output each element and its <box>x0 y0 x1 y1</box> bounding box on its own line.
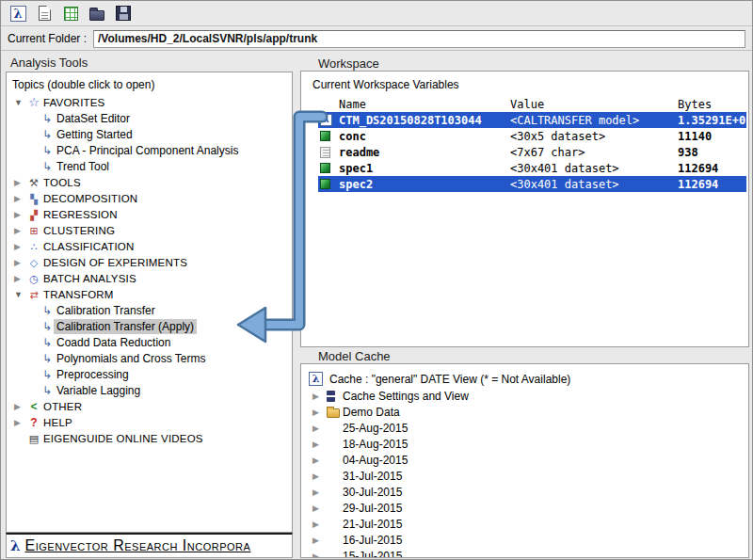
cache-item-label: 15-Jul-2015 <box>343 550 402 559</box>
variable-value: <7x67 char> <box>510 146 585 159</box>
workspace-row-readme[interactable]: readme <7x67 char> 938 <box>318 144 746 160</box>
variable-value: <CALTRANSFER model> <box>510 114 639 127</box>
tree-item-label: REGRESSION <box>43 209 118 220</box>
expand-icon[interactable] <box>14 194 26 203</box>
expand-icon[interactable] <box>14 210 26 219</box>
expand-icon[interactable] <box>14 242 26 251</box>
clustering-icon <box>26 224 41 237</box>
tree-item-label: OTHER <box>43 401 82 412</box>
tree-item-eigenguide-online-videos[interactable]: EIGENGUIDE ONLINE VIDEOS <box>7 430 292 446</box>
cache-item-25-aug-2015[interactable]: 25-Aug-2015 <box>301 420 748 436</box>
workspace-row-conc[interactable]: conc <30x5 dataset> 11140 <box>318 128 746 144</box>
tree-item-classification[interactable]: CLASSIFICATION <box>7 238 292 254</box>
new-dataset-button[interactable] <box>60 3 81 24</box>
expand-icon[interactable] <box>14 274 26 283</box>
branch-icon <box>42 160 56 173</box>
cache-item-29-jul-2015[interactable]: 29-Jul-2015 <box>301 500 748 516</box>
tree-item-getting-started[interactable]: Getting Started <box>7 126 292 142</box>
topics-hint: Topics (double click to open) <box>7 75 292 94</box>
cache-item-18-aug-2015[interactable]: 18-Aug-2015 <box>301 436 748 452</box>
tree-item-batch-analysis[interactable]: BATCH ANALYSIS <box>7 270 292 286</box>
expand-icon[interactable] <box>312 536 319 545</box>
expand-icon[interactable] <box>312 440 319 449</box>
variable-name: CTM_DS20150828T103044 <box>339 114 482 127</box>
column-header-value[interactable]: Value <box>510 98 544 111</box>
tree-item-regression[interactable]: REGRESSION <box>7 206 292 222</box>
tree-item-favorites[interactable]: FAVORITES <box>7 94 292 110</box>
tree-item-polynomials-and-cross-terms[interactable]: Polynomials and Cross Terms <box>7 350 292 366</box>
open-button[interactable] <box>87 3 107 24</box>
cache-item-settings[interactable]: Cache Settings and View <box>301 388 748 404</box>
expand-icon[interactable] <box>14 258 26 267</box>
cache-item-15-jul-2015[interactable]: 15-Jul-2015 <box>301 548 748 558</box>
column-header-name[interactable]: Name <box>339 98 366 111</box>
save-button[interactable] <box>113 3 134 24</box>
cache-item-31-jul-2015[interactable]: 31-Jul-2015 <box>301 468 748 484</box>
expand-icon[interactable] <box>312 456 319 465</box>
cache-item-16-jul-2015[interactable]: 16-Jul-2015 <box>301 532 748 548</box>
new-document-button[interactable] <box>34 3 55 24</box>
tree-item-decomposition[interactable]: DECOMPOSITION <box>7 190 292 206</box>
tree-item-preprocessing[interactable]: Preprocessing <box>7 366 292 382</box>
workspace-row-spec1[interactable]: spec1 <30x401 dataset> 112694 <box>318 160 746 176</box>
variable-name: readme <box>339 146 379 159</box>
folder-icon <box>327 408 340 418</box>
variable-bytes: 938 <box>678 146 698 159</box>
tree-item-trend-tool[interactable]: Trend Tool <box>7 158 292 174</box>
tree-item-transform[interactable]: TRANSFORM <box>7 286 292 302</box>
tree-item-variable-lagging[interactable]: Variable Lagging <box>7 382 292 398</box>
expand-icon[interactable] <box>14 226 26 235</box>
expand-icon[interactable] <box>312 520 319 529</box>
dataset-variable-icon <box>320 131 330 141</box>
expand-icon[interactable] <box>312 392 319 401</box>
expand-icon[interactable] <box>312 472 319 481</box>
expand-icon[interactable] <box>14 402 26 411</box>
expand-icon[interactable] <box>312 488 319 497</box>
expand-icon[interactable] <box>312 504 319 513</box>
expand-icon[interactable] <box>312 424 319 433</box>
tree-item-pca[interactable]: PCA - Principal Component Analysis <box>7 142 292 158</box>
cache-item-30-jul-2015[interactable]: 30-Jul-2015 <box>301 484 748 500</box>
cache-item-label: 31-Jul-2015 <box>343 470 402 483</box>
tree-item-tools[interactable]: TOOLS <box>7 174 292 190</box>
tree-item-coadd-data-reduction[interactable]: Coadd Data Reduction <box>7 334 292 350</box>
cache-item-21-jul-2015[interactable]: 21-Jul-2015 <box>301 516 748 532</box>
analysis-tools-panel: Topics (double click to open) FAVORITES … <box>6 72 293 533</box>
tree-item-calibration-transfer[interactable]: Calibration Transfer <box>7 302 292 318</box>
expand-icon[interactable] <box>312 408 319 417</box>
cache-item-label: Cache Settings and View <box>343 390 469 403</box>
workspace-row-spec2[interactable]: spec2 <30x401 dataset> 112694 <box>318 176 746 192</box>
tree-item-clustering[interactable]: CLUSTERING <box>7 222 292 238</box>
cache-item-04-aug-2015[interactable]: 04-Aug-2015 <box>301 452 748 468</box>
tree-item-dataset-editor[interactable]: DataSet Editor <box>7 110 292 126</box>
branch-icon <box>42 144 56 157</box>
cache-item-label: 16-Jul-2015 <box>343 534 402 547</box>
expand-icon[interactable] <box>312 552 319 558</box>
variable-bytes: 112694 <box>678 178 718 191</box>
workspace-table-header: Name Value Bytes <box>301 96 748 112</box>
app-lambda-button[interactable] <box>8 3 28 24</box>
expand-icon[interactable] <box>14 178 26 187</box>
cache-item-demo-data[interactable]: Demo Data <box>301 404 748 420</box>
workspace-row-ctm[interactable]: CTM_DS20150828T103044 <CALTRANSFER model… <box>318 112 746 128</box>
collapse-icon[interactable] <box>14 290 26 299</box>
variable-name: conc <box>339 130 366 143</box>
current-folder-input[interactable] <box>93 30 745 48</box>
tree-item-other[interactable]: OTHER <box>7 398 292 414</box>
tree-item-label: DESIGN OF EXPERIMENTS <box>43 257 187 268</box>
variable-bytes: 1.35291E+06 <box>678 114 749 127</box>
regression-icon <box>26 208 41 221</box>
cache-header-row: Cache : "general" DATE View (* = Not Ava… <box>301 364 748 388</box>
tree-item-label: FAVORITES <box>43 97 105 108</box>
toolbar <box>1 1 752 26</box>
tree-item-help[interactable]: HELP <box>7 414 292 430</box>
tree-item-label: Trend Tool <box>56 160 109 173</box>
collapse-icon[interactable] <box>14 98 26 107</box>
expand-icon[interactable] <box>14 418 26 427</box>
logo-text: Eigenvector Research Incorpora <box>25 537 251 554</box>
tree-item-calibration-transfer-apply[interactable]: Calibration Transfer (Apply) <box>7 318 292 334</box>
tree-item-label: TOOLS <box>43 177 81 188</box>
tree-item-design-of-experiments[interactable]: DESIGN OF EXPERIMENTS <box>7 254 292 270</box>
column-header-bytes[interactable]: Bytes <box>678 98 712 111</box>
book-icon <box>26 432 41 445</box>
